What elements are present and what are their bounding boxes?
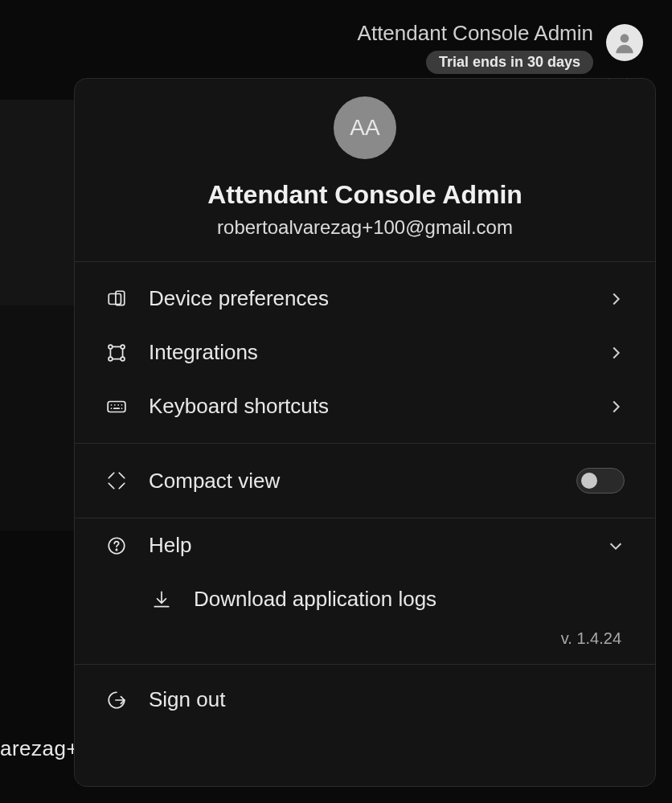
version-label: v. 1.4.24 xyxy=(75,626,655,664)
sign-out-item[interactable]: Sign out xyxy=(75,673,655,727)
svg-rect-7 xyxy=(108,401,125,412)
toggle-knob xyxy=(581,473,597,489)
download-logs-item[interactable]: Download application logs xyxy=(75,572,655,626)
keyboard-shortcuts-item[interactable]: Keyboard shortcuts xyxy=(75,379,655,433)
avatar-button[interactable] xyxy=(606,24,643,61)
profile-email: robertoalvarezag+100@gmail.com xyxy=(217,216,513,239)
compact-view-icon xyxy=(105,469,128,492)
svg-point-4 xyxy=(121,345,125,349)
chevron-right-icon xyxy=(607,344,625,362)
header-bar: Attendant Console Admin Trial ends in 30… xyxy=(0,0,672,72)
profile-section: AA Attendant Console Admin robertoalvare… xyxy=(75,79,655,262)
help-item[interactable]: Help xyxy=(75,518,655,572)
svg-point-6 xyxy=(121,357,125,361)
device-preferences-item[interactable]: Device preferences xyxy=(75,272,655,326)
trial-badge: Trial ends in 30 days xyxy=(426,51,593,74)
sign-out-icon xyxy=(105,689,128,711)
keyboard-icon xyxy=(105,395,128,418)
chevron-down-icon xyxy=(607,537,625,555)
background-panel xyxy=(0,100,74,305)
profile-flyout: AA Attendant Console Admin robertoalvare… xyxy=(74,78,656,787)
user-icon xyxy=(612,30,637,55)
menu-label: Integrations xyxy=(149,340,586,365)
help-section: Help Download application logs v. 1.4.24 xyxy=(75,518,655,665)
svg-rect-1 xyxy=(109,293,121,304)
chevron-right-icon xyxy=(607,290,625,308)
integrations-icon xyxy=(105,342,128,364)
menu-label: Keyboard shortcuts xyxy=(149,394,586,419)
menu-label: Compact view xyxy=(149,469,555,494)
menu-label: Help xyxy=(149,533,586,558)
svg-point-3 xyxy=(109,345,113,349)
menu-label: Device preferences xyxy=(149,286,586,311)
signout-section: Sign out xyxy=(75,665,655,735)
help-icon xyxy=(105,535,128,557)
chevron-right-icon xyxy=(607,398,625,416)
background-truncated-text: arezag+ xyxy=(0,736,79,761)
download-icon xyxy=(150,588,173,611)
integrations-item[interactable]: Integrations xyxy=(75,326,655,379)
background-panel xyxy=(0,305,74,531)
menu-label: Sign out xyxy=(149,687,625,712)
menu-label: Download application logs xyxy=(194,587,625,612)
profile-name: Attendant Console Admin xyxy=(207,180,522,210)
svg-point-0 xyxy=(621,34,629,43)
svg-point-5 xyxy=(109,357,113,361)
profile-avatar: AA xyxy=(334,96,396,159)
preferences-section: Device preferences Integrations Keyboard… xyxy=(75,262,655,444)
compact-view-item[interactable]: Compact view xyxy=(75,453,655,508)
view-section: Compact view xyxy=(75,444,655,518)
compact-view-toggle[interactable] xyxy=(576,468,625,494)
header-user-name: Attendant Console Admin xyxy=(358,21,593,46)
device-icon xyxy=(105,288,128,310)
svg-point-9 xyxy=(116,549,117,550)
